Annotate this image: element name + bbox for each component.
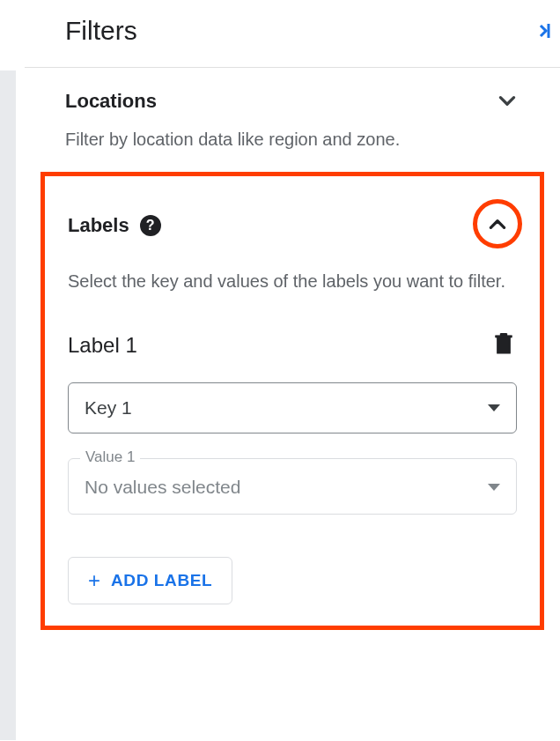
chevron-down-icon[interactable] xyxy=(495,89,519,114)
svg-rect-1 xyxy=(495,335,512,337)
label-item-title: Label 1 xyxy=(68,333,137,358)
label-item: Label 1 Key 1 Value 1 No values se xyxy=(68,330,517,515)
dropdown-icon xyxy=(488,404,500,411)
locations-header[interactable]: Locations xyxy=(65,89,519,114)
key-select-value: Key 1 xyxy=(85,397,132,419)
add-label-button[interactable]: + ADD LABEL xyxy=(68,557,232,604)
chevron-up-icon xyxy=(486,212,509,235)
filters-panel: Filters Locations Filter by location dat… xyxy=(25,0,560,741)
value-select[interactable]: No values selected xyxy=(68,458,517,515)
labels-collapse-button[interactable] xyxy=(473,199,522,248)
trash-icon xyxy=(494,333,513,354)
key-select[interactable]: Key 1 xyxy=(68,382,517,433)
value-select-placeholder: No values selected xyxy=(85,477,240,498)
locations-description: Filter by location data like region and … xyxy=(65,126,519,152)
delete-label-button[interactable] xyxy=(490,330,517,361)
help-icon[interactable]: ? xyxy=(140,215,161,236)
value-select-wrapper: Value 1 No values selected xyxy=(68,458,517,515)
dropdown-icon xyxy=(488,484,500,491)
locations-title: Locations xyxy=(65,90,157,113)
add-label-text: ADD LABEL xyxy=(111,571,212,590)
svg-rect-2 xyxy=(500,333,506,335)
locations-section: Locations Filter by location data like r… xyxy=(25,68,560,168)
plus-icon: + xyxy=(88,570,100,591)
labels-title: Labels xyxy=(68,214,129,237)
left-scroll-bar xyxy=(0,70,16,740)
panel-title: Filters xyxy=(65,16,137,46)
labels-section-highlight: Labels ? Select the key and values of th… xyxy=(41,172,544,630)
label-item-header: Label 1 xyxy=(68,330,517,361)
labels-header: Labels ? xyxy=(68,203,517,248)
labels-description: Select the key and values of the labels … xyxy=(68,268,517,294)
collapse-panel-icon[interactable] xyxy=(535,20,560,41)
value-select-legend: Value 1 xyxy=(80,448,140,466)
svg-rect-0 xyxy=(497,338,510,353)
panel-header: Filters xyxy=(25,0,560,68)
